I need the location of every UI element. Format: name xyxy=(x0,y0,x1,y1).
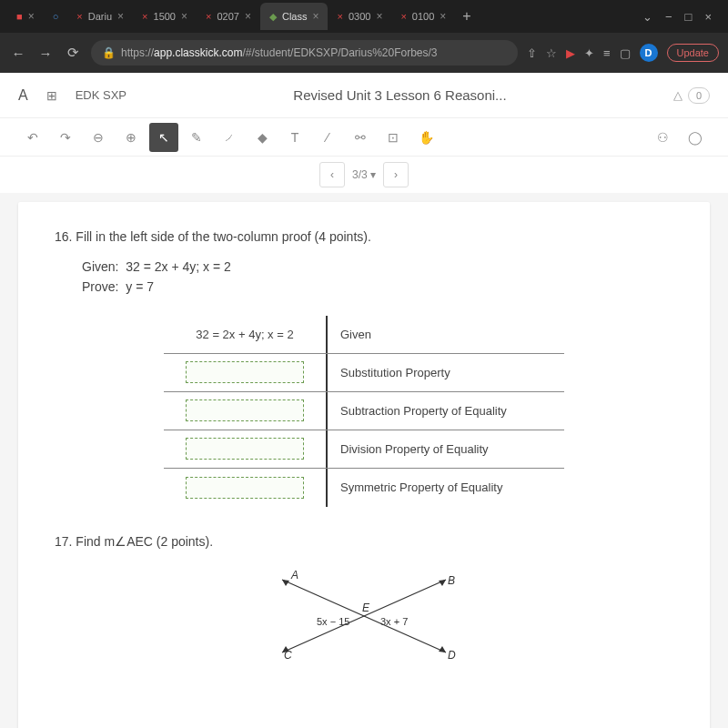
text-tool[interactable]: T xyxy=(280,123,309,152)
browser-tab[interactable]: ■× xyxy=(7,3,44,30)
app-header: A ⊞ EDK SXP Revised Unit 3 Lesson 6 Reas… xyxy=(0,73,728,118)
tab-bar: ■× ○ ×Dariu× ×1500× ×0207× ◆Class× ×0300… xyxy=(0,0,728,33)
angle-expr-2: 3x + 7 xyxy=(380,616,408,627)
panel-icon[interactable]: ▢ xyxy=(620,46,631,60)
point-c-label: C xyxy=(284,649,292,662)
close-window-icon[interactable]: × xyxy=(704,10,712,24)
close-icon[interactable]: × xyxy=(206,11,211,22)
class-name: EDK SXP xyxy=(76,88,126,102)
undo-button[interactable]: ↶ xyxy=(18,123,47,152)
avatar[interactable]: D xyxy=(640,44,658,62)
zoom-in-button[interactable]: ⊕ xyxy=(116,123,146,152)
pen-tool[interactable]: ✎ xyxy=(182,123,211,152)
back-button[interactable]: ← xyxy=(9,46,27,61)
browser-tab[interactable]: ×0300× xyxy=(328,3,391,30)
maximize-icon[interactable]: □ xyxy=(685,10,693,24)
share-icon[interactable]: ⇧ xyxy=(527,46,537,60)
answer-input[interactable] xyxy=(186,399,304,421)
zoom-out-button[interactable]: ⊖ xyxy=(84,123,113,152)
settings-icon[interactable]: ◯ xyxy=(681,123,710,152)
highlighter-tool[interactable]: ⟋ xyxy=(215,123,244,152)
close-icon[interactable]: × xyxy=(76,11,82,22)
browser-tab[interactable]: ×0207× xyxy=(197,3,260,30)
extensions-icon[interactable]: ✦ xyxy=(584,46,594,60)
answer-input[interactable] xyxy=(186,361,304,383)
lesson-title: Revised Unit 3 Lesson 6 Reasoni... xyxy=(145,87,655,103)
close-icon[interactable]: × xyxy=(28,10,35,23)
close-icon[interactable]: × xyxy=(181,10,187,23)
reload-button[interactable]: ⟳ xyxy=(64,45,82,61)
proof-row: Substitution Property xyxy=(164,354,564,392)
close-icon[interactable]: × xyxy=(312,10,318,23)
question-17-prompt: 17. Find m∠AEC (2 points). xyxy=(55,534,673,549)
redo-button[interactable]: ↷ xyxy=(51,123,80,152)
minimize-icon[interactable]: − xyxy=(665,10,672,24)
geometry-figure: A B C D E 5x − 15 3x + 7 xyxy=(246,561,482,671)
point-a-label: A xyxy=(291,569,298,581)
cursor-tool[interactable]: ↖ xyxy=(149,123,178,152)
person-icon[interactable]: ⚇ xyxy=(648,123,677,152)
browser-tab[interactable]: ×1500× xyxy=(133,3,197,30)
camera-tool[interactable]: ⊡ xyxy=(379,123,408,152)
address-bar: ← → ⟳ 🔒 https://app.classkick.com/#/stud… xyxy=(0,33,728,73)
eraser-tool[interactable]: ◆ xyxy=(248,123,277,152)
raise-hand-tool[interactable]: ✋ xyxy=(411,123,440,152)
video-icon[interactable]: ▶ xyxy=(566,46,575,60)
chevron-down-icon[interactable]: ⌄ xyxy=(642,10,652,24)
proof-table: 32 = 2x + 4y; x = 2 Given Substitution P… xyxy=(164,316,564,507)
page-indicator[interactable]: 3/3 ▾ xyxy=(352,168,376,181)
browser-tab[interactable]: ×0100× xyxy=(391,3,455,30)
lock-icon: 🔒 xyxy=(102,46,116,59)
new-tab-button[interactable]: + xyxy=(455,8,478,25)
page-navigator: ‹ 3/3 ▾ › xyxy=(0,157,728,193)
link-tool[interactable]: ⚯ xyxy=(346,123,375,152)
close-icon[interactable]: × xyxy=(245,10,251,23)
point-e-label: E xyxy=(362,602,369,614)
proof-row: Division Property of Equality xyxy=(164,430,564,469)
browser-chrome: ■× ○ ×Dariu× ×1500× ×0207× ◆Class× ×0300… xyxy=(0,0,728,73)
proof-reason: Subtraction Property of Equality xyxy=(328,404,564,418)
app-content: A ⊞ EDK SXP Revised Unit 3 Lesson 6 Reas… xyxy=(0,73,728,728)
proof-row: Subtraction Property of Equality xyxy=(164,392,564,430)
close-icon[interactable]: × xyxy=(337,11,342,22)
next-page-button[interactable]: › xyxy=(383,162,409,187)
angle-expr-1: 5x − 15 xyxy=(317,616,349,627)
proof-row: 32 = 2x + 4y; x = 2 Given xyxy=(164,316,564,354)
grid-icon[interactable]: ⊞ xyxy=(46,88,57,103)
proof-reason: Substitution Property xyxy=(328,366,564,379)
worksheet: 16. Fill in the left side of the two-col… xyxy=(18,202,710,728)
close-icon[interactable]: × xyxy=(142,11,147,22)
update-button[interactable]: Update xyxy=(667,44,719,62)
proof-reason: Given xyxy=(328,328,564,341)
point-b-label: B xyxy=(448,574,455,587)
answer-input[interactable] xyxy=(186,438,304,460)
bell-icon[interactable]: △ xyxy=(673,88,682,102)
url-input[interactable]: 🔒 https://app.classkick.com/#/student/ED… xyxy=(91,40,518,66)
proof-row: Symmetric Property of Equality xyxy=(164,469,564,507)
forward-button[interactable]: → xyxy=(36,46,55,61)
proof-reason: Division Property of Equality xyxy=(328,442,564,456)
question-16-prompt: 16. Fill in the left side of the two-col… xyxy=(55,229,673,244)
point-d-label: D xyxy=(448,649,456,662)
browser-tab-active[interactable]: ◆Class× xyxy=(260,3,329,30)
browser-tab[interactable]: ○ xyxy=(44,3,68,30)
prev-page-button[interactable]: ‹ xyxy=(319,162,345,187)
proof-statement: 32 = 2x + 4y; x = 2 xyxy=(164,316,328,353)
close-icon[interactable]: × xyxy=(117,10,124,23)
given-prove-block: Given: 32 = 2x + 4y; x = 2 Prove: y = 7 xyxy=(82,257,673,298)
line-tool[interactable]: ∕ xyxy=(313,123,342,152)
window-controls: ⌄ − □ × xyxy=(642,10,721,24)
close-icon[interactable]: × xyxy=(400,11,406,22)
close-icon[interactable]: × xyxy=(440,10,446,23)
app-logo[interactable]: A xyxy=(18,87,28,104)
answer-input[interactable] xyxy=(186,477,304,499)
notification-count: 0 xyxy=(688,87,710,104)
list-icon[interactable]: ≡ xyxy=(603,46,611,60)
toolbar: ↶ ↷ ⊖ ⊕ ↖ ✎ ⟋ ◆ T ∕ ⚯ ⊡ ✋ ⚇ ◯ xyxy=(0,118,728,157)
star-icon[interactable]: ☆ xyxy=(546,46,557,60)
browser-tab[interactable]: ×Dariu× xyxy=(67,3,133,30)
close-icon[interactable]: × xyxy=(376,10,382,23)
proof-reason: Symmetric Property of Equality xyxy=(328,480,564,494)
